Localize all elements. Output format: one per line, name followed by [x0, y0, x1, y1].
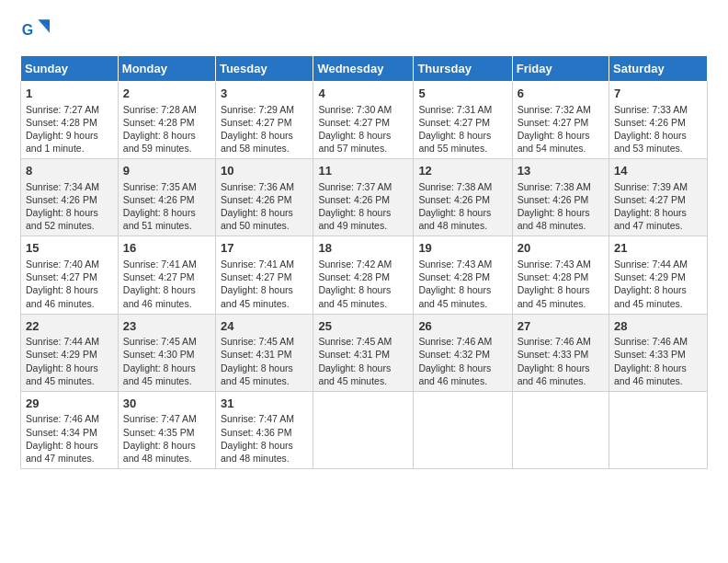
day-info: Sunrise: 7:44 AMSunset: 4:29 PMDaylight:… [614, 258, 702, 310]
calendar-cell: 23Sunrise: 7:45 AMSunset: 4:30 PMDayligh… [118, 314, 215, 391]
calendar-cell: 1Sunrise: 7:27 AMSunset: 4:28 PMDaylight… [21, 82, 119, 159]
calendar-cell: 11Sunrise: 7:37 AMSunset: 4:26 PMDayligh… [313, 159, 414, 236]
calendar-cell: 9Sunrise: 7:35 AMSunset: 4:26 PMDaylight… [118, 159, 215, 236]
logo-icon: G [20, 17, 50, 46]
calendar-cell: 10Sunrise: 7:36 AMSunset: 4:26 PMDayligh… [215, 159, 313, 236]
day-info: Sunrise: 7:46 AMSunset: 4:33 PMDaylight:… [614, 335, 702, 387]
day-number: 23 [123, 318, 210, 335]
day-number: 28 [614, 318, 702, 335]
calendar-cell: 4Sunrise: 7:30 AMSunset: 4:27 PMDaylight… [313, 82, 414, 159]
day-info: Sunrise: 7:37 AMSunset: 4:26 PMDaylight:… [318, 180, 408, 233]
day-number: 30 [123, 396, 210, 412]
calendar-cell: 14Sunrise: 7:39 AMSunset: 4:27 PMDayligh… [609, 159, 708, 236]
day-info: Sunrise: 7:44 AMSunset: 4:29 PMDaylight:… [26, 335, 113, 387]
day-number: 15 [26, 240, 113, 257]
calendar-cell: 12Sunrise: 7:38 AMSunset: 4:26 PMDayligh… [414, 159, 512, 236]
calendar-cell: 3Sunrise: 7:29 AMSunset: 4:27 PMDaylight… [215, 82, 313, 159]
calendar-week-row: 8Sunrise: 7:34 AMSunset: 4:26 PMDaylight… [21, 159, 708, 236]
calendar-cell: 16Sunrise: 7:41 AMSunset: 4:27 PMDayligh… [118, 236, 215, 314]
calendar-cell: 25Sunrise: 7:45 AMSunset: 4:31 PMDayligh… [313, 314, 414, 391]
calendar-week-row: 29Sunrise: 7:46 AMSunset: 4:34 PMDayligh… [21, 391, 708, 468]
day-number: 9 [123, 163, 210, 179]
calendar-cell: 27Sunrise: 7:46 AMSunset: 4:33 PMDayligh… [512, 314, 609, 391]
day-info: Sunrise: 7:31 AMSunset: 4:27 PMDaylight:… [418, 103, 506, 155]
calendar-cell: 30Sunrise: 7:47 AMSunset: 4:35 PMDayligh… [118, 391, 215, 468]
calendar-cell: 21Sunrise: 7:44 AMSunset: 4:29 PMDayligh… [609, 236, 708, 314]
calendar-header-day: Wednesday [313, 56, 414, 82]
day-number: 14 [614, 163, 702, 179]
calendar-header-day: Saturday [609, 56, 708, 82]
calendar-header-day: Friday [512, 56, 609, 82]
day-info: Sunrise: 7:46 AMSunset: 4:33 PMDaylight:… [518, 335, 604, 387]
calendar-table: SundayMondayTuesdayWednesdayThursdayFrid… [20, 55, 708, 469]
logo: G [20, 17, 53, 46]
day-info: Sunrise: 7:43 AMSunset: 4:28 PMDaylight:… [518, 258, 604, 310]
day-number: 20 [518, 240, 604, 257]
day-number: 1 [26, 86, 113, 102]
day-number: 18 [318, 240, 408, 257]
day-info: Sunrise: 7:36 AMSunset: 4:26 PMDaylight:… [221, 180, 308, 233]
day-info: Sunrise: 7:45 AMSunset: 4:31 PMDaylight:… [318, 335, 408, 387]
day-info: Sunrise: 7:45 AMSunset: 4:30 PMDaylight:… [123, 335, 210, 387]
day-info: Sunrise: 7:38 AMSunset: 4:26 PMDaylight:… [418, 180, 506, 233]
calendar-cell [414, 391, 512, 468]
day-number: 4 [318, 86, 408, 102]
calendar-week-row: 15Sunrise: 7:40 AMSunset: 4:27 PMDayligh… [21, 236, 708, 314]
day-number: 31 [221, 396, 308, 412]
calendar-cell: 5Sunrise: 7:31 AMSunset: 4:27 PMDaylight… [414, 82, 512, 159]
calendar-cell [313, 391, 414, 468]
day-info: Sunrise: 7:45 AMSunset: 4:31 PMDaylight:… [221, 335, 308, 387]
day-info: Sunrise: 7:47 AMSunset: 4:35 PMDaylight:… [123, 412, 210, 465]
day-info: Sunrise: 7:32 AMSunset: 4:27 PMDaylight:… [518, 103, 604, 155]
calendar-cell [609, 391, 708, 468]
day-info: Sunrise: 7:28 AMSunset: 4:28 PMDaylight:… [123, 103, 210, 155]
day-number: 2 [123, 86, 210, 102]
day-info: Sunrise: 7:38 AMSunset: 4:26 PMDaylight:… [518, 180, 604, 233]
day-number: 24 [221, 318, 308, 335]
day-info: Sunrise: 7:43 AMSunset: 4:28 PMDaylight:… [418, 258, 506, 310]
calendar-header-day: Thursday [414, 56, 512, 82]
day-number: 16 [123, 240, 210, 257]
day-info: Sunrise: 7:33 AMSunset: 4:26 PMDaylight:… [614, 103, 702, 155]
calendar-cell: 17Sunrise: 7:41 AMSunset: 4:27 PMDayligh… [215, 236, 313, 314]
calendar-cell: 6Sunrise: 7:32 AMSunset: 4:27 PMDaylight… [512, 82, 609, 159]
calendar-cell: 2Sunrise: 7:28 AMSunset: 4:28 PMDaylight… [118, 82, 215, 159]
day-number: 25 [318, 318, 408, 335]
day-number: 6 [518, 86, 604, 102]
day-number: 7 [614, 86, 702, 102]
day-info: Sunrise: 7:29 AMSunset: 4:27 PMDaylight:… [221, 103, 308, 155]
calendar-cell: 29Sunrise: 7:46 AMSunset: 4:34 PMDayligh… [21, 391, 119, 468]
calendar-cell: 22Sunrise: 7:44 AMSunset: 4:29 PMDayligh… [21, 314, 119, 391]
day-info: Sunrise: 7:30 AMSunset: 4:27 PMDaylight:… [318, 103, 408, 155]
svg-text:G: G [22, 22, 33, 38]
day-number: 12 [418, 163, 506, 179]
day-number: 19 [418, 240, 506, 257]
calendar-week-row: 22Sunrise: 7:44 AMSunset: 4:29 PMDayligh… [21, 314, 708, 391]
day-info: Sunrise: 7:27 AMSunset: 4:28 PMDaylight:… [26, 103, 113, 155]
calendar-cell: 8Sunrise: 7:34 AMSunset: 4:26 PMDaylight… [21, 159, 119, 236]
day-number: 13 [518, 163, 604, 179]
day-number: 3 [221, 86, 308, 102]
day-info: Sunrise: 7:40 AMSunset: 4:27 PMDaylight:… [26, 258, 113, 310]
calendar-cell: 24Sunrise: 7:45 AMSunset: 4:31 PMDayligh… [215, 314, 313, 391]
day-number: 27 [518, 318, 604, 335]
calendar-cell: 15Sunrise: 7:40 AMSunset: 4:27 PMDayligh… [21, 236, 119, 314]
calendar-cell: 18Sunrise: 7:42 AMSunset: 4:28 PMDayligh… [313, 236, 414, 314]
calendar-cell: 13Sunrise: 7:38 AMSunset: 4:26 PMDayligh… [512, 159, 609, 236]
day-info: Sunrise: 7:34 AMSunset: 4:26 PMDaylight:… [26, 180, 113, 233]
calendar-header-row: SundayMondayTuesdayWednesdayThursdayFrid… [21, 56, 708, 82]
calendar-cell: 7Sunrise: 7:33 AMSunset: 4:26 PMDaylight… [609, 82, 708, 159]
calendar-header-day: Sunday [21, 56, 119, 82]
calendar-cell: 19Sunrise: 7:43 AMSunset: 4:28 PMDayligh… [414, 236, 512, 314]
calendar-body: 1Sunrise: 7:27 AMSunset: 4:28 PMDaylight… [21, 82, 708, 469]
calendar-cell: 20Sunrise: 7:43 AMSunset: 4:28 PMDayligh… [512, 236, 609, 314]
calendar-cell: 28Sunrise: 7:46 AMSunset: 4:33 PMDayligh… [609, 314, 708, 391]
calendar-week-row: 1Sunrise: 7:27 AMSunset: 4:28 PMDaylight… [21, 82, 708, 159]
page: G SundayMondayTuesdayWednesdayThursdayFr… [0, 0, 728, 563]
day-info: Sunrise: 7:41 AMSunset: 4:27 PMDaylight:… [221, 258, 308, 310]
day-number: 8 [26, 163, 113, 179]
day-number: 11 [318, 163, 408, 179]
day-number: 26 [418, 318, 506, 335]
calendar-header-day: Monday [118, 56, 215, 82]
day-info: Sunrise: 7:46 AMSunset: 4:34 PMDaylight:… [26, 412, 113, 465]
